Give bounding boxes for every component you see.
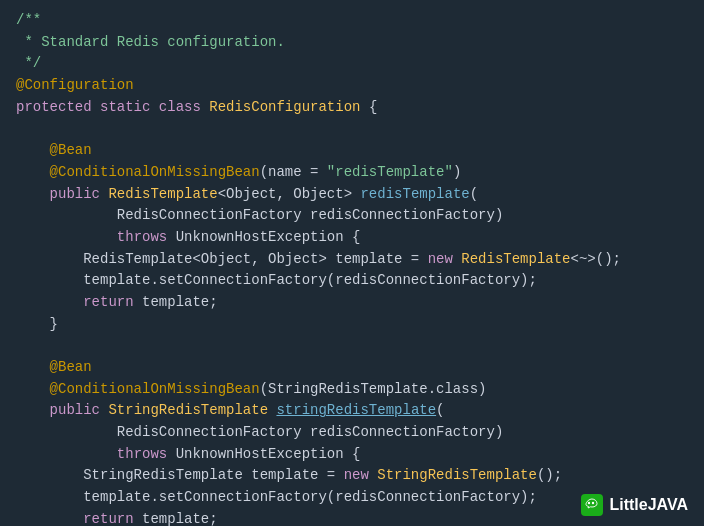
code-line	[0, 335, 704, 357]
code-token: <~>	[571, 249, 596, 271]
code-token: <Object, Object>	[218, 184, 361, 206]
code-line: */	[0, 53, 704, 75]
code-token: @Bean	[16, 357, 92, 379]
code-line: @ConditionalOnMissingBean(StringRedisTem…	[0, 379, 704, 401]
code-editor: /** * Standard Redis configuration. */@C…	[0, 0, 704, 526]
code-line: @Bean	[0, 357, 704, 379]
code-line	[0, 118, 704, 140]
code-token: "redisTemplate"	[327, 162, 453, 184]
code-token: (	[436, 400, 444, 422]
code-token: stringRedisTemplate	[276, 400, 436, 422]
code-line: RedisConnectionFactory redisConnectionFa…	[0, 422, 704, 444]
code-token: new	[344, 465, 378, 487]
code-line: RedisConnectionFactory redisConnectionFa…	[0, 205, 704, 227]
svg-point-1	[592, 502, 594, 504]
code-token: {	[360, 97, 377, 119]
code-line: * Standard Redis configuration.	[0, 32, 704, 54]
code-line: @Bean	[0, 140, 704, 162]
code-token: <Object, Object> template =	[192, 249, 427, 271]
code-token	[16, 184, 50, 206]
code-token: ();	[596, 249, 621, 271]
code-token: return	[83, 509, 142, 526]
code-token: )	[453, 162, 461, 184]
code-token: @Configuration	[16, 75, 134, 97]
code-token: template.setConnectionFactory(redisConne…	[16, 270, 537, 292]
code-token: public	[50, 184, 109, 206]
code-token: class	[159, 97, 209, 119]
watermark-label: LittleJAVA	[609, 496, 688, 514]
code-line: public StringRedisTemplate stringRedisTe…	[0, 400, 704, 422]
code-content: /** * Standard Redis configuration. */@C…	[0, 10, 704, 526]
code-token	[16, 400, 50, 422]
code-token	[16, 444, 117, 466]
code-line: @Configuration	[0, 75, 704, 97]
code-token: UnknownHostException {	[176, 444, 361, 466]
code-line: return template;	[0, 292, 704, 314]
code-token: throws	[117, 444, 176, 466]
code-token: * Standard Redis configuration.	[16, 32, 285, 54]
code-token: template;	[142, 292, 218, 314]
code-token: @ConditionalOnMissingBean	[16, 379, 260, 401]
code-token: */	[16, 53, 41, 75]
code-line: }	[0, 314, 704, 336]
code-token: template;	[142, 509, 218, 526]
code-line: throws UnknownHostException {	[0, 227, 704, 249]
code-token: RedisTemplate	[461, 249, 570, 271]
code-token	[16, 292, 83, 314]
code-line: template.setConnectionFactory(redisConne…	[0, 270, 704, 292]
watermark: LittleJAVA	[581, 494, 688, 516]
code-token: StringRedisTemplate template =	[16, 465, 344, 487]
code-token: static	[100, 97, 159, 119]
code-token: new	[428, 249, 462, 271]
code-token: throws	[117, 227, 176, 249]
svg-point-0	[588, 502, 590, 504]
code-token: RedisConnectionFactory redisConnectionFa…	[16, 422, 495, 444]
code-token: (	[470, 184, 478, 206]
code-line: throws UnknownHostException {	[0, 444, 704, 466]
code-token: (StringRedisTemplate.class)	[260, 379, 487, 401]
code-token: UnknownHostException {	[176, 227, 361, 249]
code-token: RedisTemplate	[108, 184, 217, 206]
code-token: (name =	[260, 162, 327, 184]
code-token: public	[50, 400, 109, 422]
code-token: template.setConnectionFactory(redisConne…	[16, 487, 537, 509]
code-token: @ConditionalOnMissingBean	[16, 162, 260, 184]
wechat-icon	[581, 494, 603, 516]
code-line: @ConditionalOnMissingBean(name = "redisT…	[0, 162, 704, 184]
code-token: }	[16, 314, 58, 336]
code-token: StringRedisTemplate	[377, 465, 537, 487]
code-line: RedisTemplate<Object, Object> template =…	[0, 249, 704, 271]
code-token: RedisConnectionFactory redisConnectionFa…	[16, 205, 495, 227]
code-token: return	[83, 292, 142, 314]
code-token	[16, 509, 83, 526]
code-token: /**	[16, 10, 41, 32]
code-token: redisTemplate	[360, 184, 469, 206]
code-line: StringRedisTemplate template = new Strin…	[0, 465, 704, 487]
code-token	[16, 227, 117, 249]
code-token: protected	[16, 97, 100, 119]
code-token: RedisConfiguration	[209, 97, 360, 119]
code-line: public RedisTemplate<Object, Object> red…	[0, 184, 704, 206]
code-token: StringRedisTemplate	[108, 400, 276, 422]
code-line: protected static class RedisConfiguratio…	[0, 97, 704, 119]
code-token: )	[495, 422, 503, 444]
code-token: ();	[537, 465, 562, 487]
code-token: @Bean	[16, 140, 92, 162]
code-line: /**	[0, 10, 704, 32]
code-token: RedisTemplate	[16, 249, 192, 271]
code-token: )	[495, 205, 503, 227]
